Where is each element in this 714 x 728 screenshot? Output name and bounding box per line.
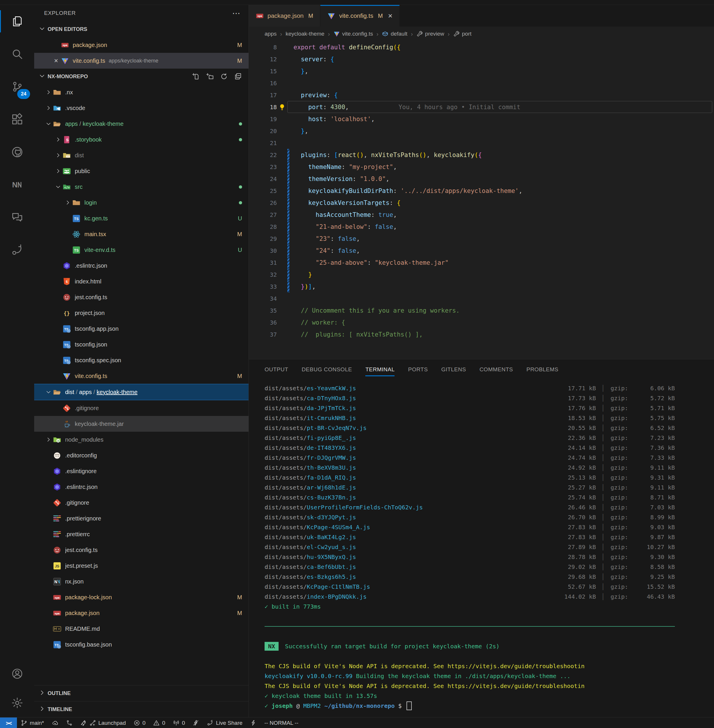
- lightbulb-icon[interactable]: [277, 103, 287, 111]
- breadcrumb-vite.config.ts[interactable]: vite.config.ts: [333, 31, 373, 37]
- tree-item[interactable]: .gitignore: [34, 400, 249, 416]
- tree-item[interactable]: </>src: [34, 179, 249, 195]
- status-launchpad[interactable]: Launchpad: [80, 719, 126, 726]
- panel-tab-problems[interactable]: PROBLEMS: [526, 360, 559, 380]
- code-line-28: 28 "21-and-below": false,: [249, 221, 714, 233]
- panel-tab-terminal[interactable]: TERMINAL: [365, 360, 394, 380]
- collapse-all-icon[interactable]: [234, 72, 242, 81]
- tree-item[interactable]: jest.config.ts: [34, 542, 249, 558]
- git-change-bar: [287, 125, 290, 137]
- breadcrumb-apps[interactable]: apps: [265, 31, 276, 37]
- activity-settings[interactable]: [0, 688, 34, 717]
- tab-vite.config.ts[interactable]: vite.config.tsM×: [320, 5, 400, 27]
- shell-prompt[interactable]: ✓ joseph @ MBPM2 ~/github/nx-monorepo $: [265, 701, 675, 711]
- activity-source-control[interactable]: 24: [0, 70, 34, 103]
- status-warnings[interactable]: 0: [153, 719, 165, 726]
- tree-item[interactable]: TStsconfig.spec.json: [34, 352, 249, 368]
- section-outline[interactable]: OUTLINE: [34, 685, 249, 701]
- markdown-icon: [53, 625, 62, 633]
- code-editor[interactable]: 8export default defineConfig({12 server:…: [249, 41, 714, 359]
- activity-comments[interactable]: [0, 201, 34, 234]
- breadcrumb-default[interactable]: default: [382, 31, 407, 37]
- tree-item[interactable]: .eslintrc.json: [34, 258, 249, 274]
- more-actions-icon[interactable]: ⋯: [232, 9, 241, 18]
- tree-item[interactable]: .prettierrc: [34, 526, 249, 542]
- tree-item[interactable]: Nnx.json: [34, 574, 249, 589]
- section-open-editors[interactable]: OPEN EDITORS: [34, 21, 249, 37]
- tree-item[interactable]: TStsconfig.json: [34, 337, 249, 352]
- breadcrumb-keycloak-theme[interactable]: keycloak-theme: [286, 31, 324, 37]
- terminal[interactable]: dist/assets/es-YeavmCkW.js17.71 kB│gzip:…: [249, 380, 714, 717]
- tree-item[interactable]: README.md: [34, 621, 249, 637]
- tree-item[interactable]: main.tsxM: [34, 226, 249, 242]
- tree-item[interactable]: jest.config.ts: [34, 289, 249, 305]
- panel-tab-output[interactable]: OUTPUT: [265, 360, 288, 380]
- tree-item[interactable]: .eslintrc.json: [34, 479, 249, 495]
- refresh-icon[interactable]: [220, 72, 228, 81]
- tree-item[interactable]: S.storybook: [34, 132, 249, 147]
- tab-package.json[interactable]: npmpackage.jsonM: [249, 5, 320, 27]
- tree-item[interactable]: {}project.json: [34, 305, 249, 321]
- section-workspace[interactable]: NX-MONOREPO: [34, 69, 249, 84]
- tree-item[interactable]: .editorconfig: [34, 448, 249, 463]
- tree-item[interactable]: npmpackage.jsonM: [34, 605, 249, 621]
- tree-item[interactable]: JSnode_modules: [34, 432, 249, 448]
- tree-item[interactable]: apps / keycloak-theme: [34, 116, 249, 132]
- status-remote[interactable]: ><: [0, 718, 17, 728]
- new-file-icon[interactable]: [192, 72, 200, 81]
- panel-tab-comments[interactable]: COMMENTS: [480, 360, 513, 380]
- tree-item[interactable]: keycloak-theme.jar: [34, 416, 249, 432]
- status-vim-mode[interactable]: -- NORMAL --: [264, 720, 298, 726]
- status-bolt-off[interactable]: [192, 719, 199, 726]
- status-git-graph[interactable]: [66, 719, 73, 726]
- new-folder-icon[interactable]: [206, 72, 214, 81]
- tree-item[interactable]: TStsconfig.base.json: [34, 637, 249, 652]
- tree-item[interactable]: vite.config.tsM: [34, 368, 249, 384]
- breadcrumb-port[interactable]: port: [453, 31, 472, 37]
- status-ports[interactable]: 0: [173, 719, 185, 726]
- tree-item[interactable]: 5index.html: [34, 274, 249, 289]
- open-editor-vite.config.ts[interactable]: ×vite.config.tsapps/keycloak-themeM: [34, 53, 249, 69]
- section-timeline[interactable]: TIMELINE: [34, 701, 249, 717]
- status-errors[interactable]: 0: [134, 719, 146, 726]
- tree-item[interactable]: npmpackage-lock.jsonM: [34, 589, 249, 605]
- status-live-share[interactable]: Live Share: [207, 719, 242, 726]
- tree-item[interactable]: .prettierignore: [34, 511, 249, 526]
- activity-extensions[interactable]: [0, 103, 34, 136]
- activity-live-share[interactable]: [0, 234, 34, 267]
- tree-item[interactable]: TStsconfig.app.json: [34, 321, 249, 337]
- git-status-badge: M: [237, 610, 242, 617]
- build-output-line: dist/assets/fa-D1dA_RIQ.js25.13 kB│gzip:…: [265, 473, 675, 482]
- npm-icon: npm: [256, 12, 264, 20]
- close-icon[interactable]: ×: [388, 12, 393, 19]
- tree-item[interactable]: dist / apps / keycloak-theme: [34, 384, 249, 400]
- tree-item[interactable]: .vscode: [34, 100, 249, 116]
- tree-item[interactable]: dist: [34, 147, 249, 163]
- activity-search[interactable]: [0, 37, 34, 70]
- activity-account[interactable]: [0, 659, 34, 688]
- activity-github[interactable]: [0, 136, 34, 168]
- build-output-line: dist/assets/ca-Bef6bUbt.js29.02 kB│gzip:…: [265, 562, 675, 572]
- status-sync[interactable]: [52, 719, 58, 726]
- panel-tab-ports[interactable]: PORTS: [408, 360, 428, 380]
- tree-item[interactable]: .nx: [34, 84, 249, 100]
- activity-nx-console[interactable]: N: [0, 168, 34, 201]
- chevron-right-icon: [44, 436, 53, 443]
- modified-badge: M: [237, 57, 242, 64]
- open-editor-package.json[interactable]: npmpackage.jsonM: [34, 37, 249, 53]
- line-number: 36: [249, 319, 277, 326]
- status-git-branch[interactable]: main*: [21, 719, 44, 726]
- tree-item[interactable]: TSkc.gen.tsU: [34, 210, 249, 226]
- tree-item[interactable]: .gitignore: [34, 495, 249, 511]
- breadcrumb-preview[interactable]: preview: [416, 31, 444, 37]
- tree-item[interactable]: TSvite-env.d.tsU: [34, 242, 249, 258]
- tree-item[interactable]: JSjest.preset.js: [34, 558, 249, 574]
- tree-item[interactable]: public: [34, 163, 249, 179]
- close-icon[interactable]: ×: [51, 57, 61, 65]
- tree-item[interactable]: .eslintignore: [34, 463, 249, 479]
- panel-tab-gitlens[interactable]: GITLENS: [441, 360, 466, 380]
- activity-explorer[interactable]: [0, 5, 34, 37]
- status-bolt[interactable]: [250, 719, 257, 726]
- panel-tab-debug-console[interactable]: DEBUG CONSOLE: [302, 360, 352, 380]
- tree-item[interactable]: login: [34, 195, 249, 210]
